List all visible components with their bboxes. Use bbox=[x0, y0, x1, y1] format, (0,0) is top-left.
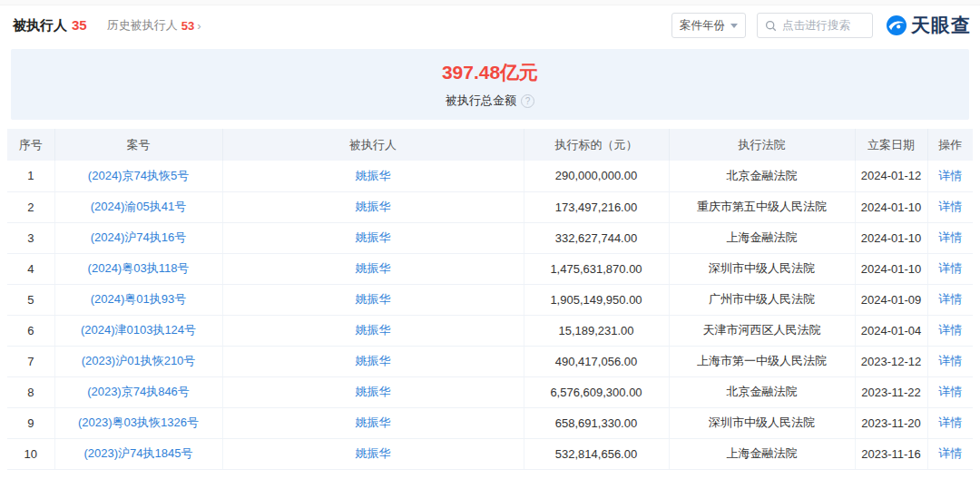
table-row: 3(2024)沪74执16号姚振华332,627,744.00上海金融法院202… bbox=[7, 222, 973, 253]
cell-court: 重庆市第五中级人民法院 bbox=[669, 191, 855, 222]
tianyancha-logo-icon bbox=[886, 15, 907, 36]
chevron-down-icon bbox=[730, 24, 738, 28]
case-number-link[interactable]: (2024)津0103执124号 bbox=[81, 323, 196, 337]
table-row: 5(2024)粤01执93号姚振华1,905,149,950.00广州市中级人民… bbox=[7, 284, 973, 315]
cell-filing-date: 2024-01-10 bbox=[855, 191, 927, 222]
table-row: 4(2024)粤03执118号姚振华1,475,631,870.00深圳市中级人… bbox=[7, 253, 973, 284]
column-header-0: 序号 bbox=[7, 129, 54, 161]
detail-link[interactable]: 详情 bbox=[938, 261, 962, 275]
total-amount-banner: 397.48亿元 被执行总金额 ? bbox=[11, 49, 969, 120]
column-header-3: 执行标的（元） bbox=[524, 129, 669, 161]
cell-filing-date: 2023-11-22 bbox=[855, 376, 927, 407]
cell-court: 上海金融法院 bbox=[669, 222, 855, 253]
executed-person-link[interactable]: 姚振华 bbox=[356, 292, 391, 306]
cell-index: 9 bbox=[7, 407, 54, 438]
tab-current-count: 35 bbox=[72, 17, 87, 33]
help-question-icon[interactable]: ? bbox=[521, 94, 534, 108]
executed-person-link[interactable]: 姚振华 bbox=[356, 415, 391, 429]
tianyancha-logo-text: 天眼查 bbox=[911, 13, 971, 38]
tab-history-executed[interactable]: 历史被执行人 53 › bbox=[107, 17, 201, 34]
executed-person-link[interactable]: 姚振华 bbox=[356, 385, 391, 398]
tab-current-executed[interactable]: 被执行人35 bbox=[13, 17, 87, 34]
case-year-dropdown[interactable]: 案件年份 bbox=[671, 13, 746, 38]
executed-person-link[interactable]: 姚振华 bbox=[356, 446, 391, 460]
table-row: 10(2023)沪74执1845号姚振华532,814,656.00上海金融法院… bbox=[7, 438, 973, 469]
column-header-4: 执行法院 bbox=[669, 129, 855, 161]
cell-court: 深圳市中级人民法院 bbox=[669, 407, 855, 438]
cell-target-amount: 15,189,231.00 bbox=[524, 315, 669, 346]
cell-target-amount: 332,627,744.00 bbox=[524, 222, 669, 253]
executed-persons-table: 序号案号被执行人执行标的（元）执行法院立案日期操作 1(2024)京74执恢5号… bbox=[7, 129, 973, 470]
cell-filing-date: 2024-01-09 bbox=[855, 284, 927, 315]
cell-filing-date: 2023-11-20 bbox=[855, 407, 927, 438]
table-row: 8(2023)京74执846号姚振华6,576,609,300.00北京金融法院… bbox=[7, 376, 973, 407]
cell-target-amount: 532,814,656.00 bbox=[524, 438, 669, 469]
table-row: 6(2024)津0103执124号姚振华15,189,231.00天津市河西区人… bbox=[7, 315, 973, 346]
section-header: 被执行人35 历史被执行人 53 › 案件年份 天眼查 bbox=[0, 5, 980, 45]
table-row: 9(2023)粤03执恢1326号姚振华658,691,330.00深圳市中级人… bbox=[7, 407, 973, 438]
tab-current-label: 被执行人 bbox=[13, 17, 67, 33]
cell-court: 深圳市中级人民法院 bbox=[669, 253, 855, 284]
cell-index: 3 bbox=[7, 222, 54, 253]
case-number-link[interactable]: (2023)沪74执1845号 bbox=[84, 446, 193, 460]
detail-link[interactable]: 详情 bbox=[938, 354, 962, 367]
executed-person-link[interactable]: 姚振华 bbox=[356, 354, 391, 367]
column-header-6: 操作 bbox=[927, 129, 973, 161]
case-number-link[interactable]: (2023)粤03执恢1326号 bbox=[78, 415, 199, 429]
detail-link[interactable]: 详情 bbox=[938, 385, 962, 398]
case-number-link[interactable]: (2024)沪74执16号 bbox=[91, 230, 187, 244]
detail-link[interactable]: 详情 bbox=[938, 415, 962, 429]
cell-court: 天津市河西区人民法院 bbox=[669, 315, 855, 346]
tianyancha-logo[interactable]: 天眼查 bbox=[886, 13, 971, 38]
cell-filing-date: 2024-01-12 bbox=[855, 161, 927, 191]
cell-index: 10 bbox=[7, 438, 54, 469]
cell-court: 上海市第一中级人民法院 bbox=[669, 346, 855, 376]
cell-index: 1 bbox=[7, 161, 54, 191]
cell-court: 广州市中级人民法院 bbox=[669, 284, 855, 315]
cell-court: 上海金融法院 bbox=[669, 438, 855, 469]
executed-person-link[interactable]: 姚振华 bbox=[356, 200, 391, 213]
detail-link[interactable]: 详情 bbox=[938, 230, 962, 244]
detail-link[interactable]: 详情 bbox=[938, 446, 962, 460]
cell-target-amount: 1,905,149,950.00 bbox=[524, 284, 669, 315]
detail-link[interactable]: 详情 bbox=[938, 169, 962, 182]
column-header-2: 被执行人 bbox=[222, 129, 524, 161]
chevron-right-icon: › bbox=[197, 19, 201, 33]
cell-index: 6 bbox=[7, 315, 54, 346]
case-number-link[interactable]: (2024)京74执恢5号 bbox=[88, 169, 189, 182]
executed-person-link[interactable]: 姚振华 bbox=[356, 169, 391, 182]
table-header-row: 序号案号被执行人执行标的（元）执行法院立案日期操作 bbox=[7, 129, 973, 161]
case-number-link[interactable]: (2024)渝05执41号 bbox=[91, 200, 187, 213]
cell-filing-date: 2024-01-10 bbox=[855, 222, 927, 253]
table-body: 1(2024)京74执恢5号姚振华290,000,000.00北京金融法院202… bbox=[7, 161, 973, 469]
cell-index: 8 bbox=[7, 376, 54, 407]
search-icon bbox=[765, 20, 777, 32]
case-number-link[interactable]: (2023)沪01执恢210号 bbox=[82, 354, 196, 367]
column-header-1: 案号 bbox=[54, 129, 222, 161]
executed-person-link[interactable]: 姚振华 bbox=[356, 323, 391, 337]
cell-target-amount: 6,576,609,300.00 bbox=[524, 376, 669, 407]
table-row: 2(2024)渝05执41号姚振华173,497,216.00重庆市第五中级人民… bbox=[7, 191, 973, 222]
cell-index: 7 bbox=[7, 346, 54, 376]
case-number-link[interactable]: (2024)粤03执118号 bbox=[88, 261, 190, 275]
cell-court: 北京金融法院 bbox=[669, 376, 855, 407]
search-input[interactable] bbox=[782, 19, 864, 32]
cell-target-amount: 290,000,000.00 bbox=[524, 161, 669, 191]
search-box[interactable] bbox=[757, 13, 873, 38]
case-number-link[interactable]: (2024)粤01执93号 bbox=[91, 292, 187, 306]
detail-link[interactable]: 详情 bbox=[938, 200, 962, 213]
cell-index: 2 bbox=[7, 191, 54, 222]
cell-target-amount: 490,417,056.00 bbox=[524, 346, 669, 376]
executed-person-link[interactable]: 姚振华 bbox=[356, 261, 391, 275]
table-row: 1(2024)京74执恢5号姚振华290,000,000.00北京金融法院202… bbox=[7, 161, 973, 191]
executed-person-link[interactable]: 姚振华 bbox=[356, 230, 391, 244]
detail-link[interactable]: 详情 bbox=[938, 292, 962, 306]
cell-filing-date: 2024-01-10 bbox=[855, 253, 927, 284]
tab-history-label: 历史被执行人 bbox=[107, 17, 178, 34]
cell-filing-date: 2024-01-04 bbox=[855, 315, 927, 346]
cell-index: 4 bbox=[7, 253, 54, 284]
case-number-link[interactable]: (2023)京74执846号 bbox=[87, 385, 190, 398]
detail-link[interactable]: 详情 bbox=[938, 323, 962, 337]
cell-filing-date: 2023-12-12 bbox=[855, 346, 927, 376]
cell-filing-date: 2023-11-16 bbox=[855, 438, 927, 469]
